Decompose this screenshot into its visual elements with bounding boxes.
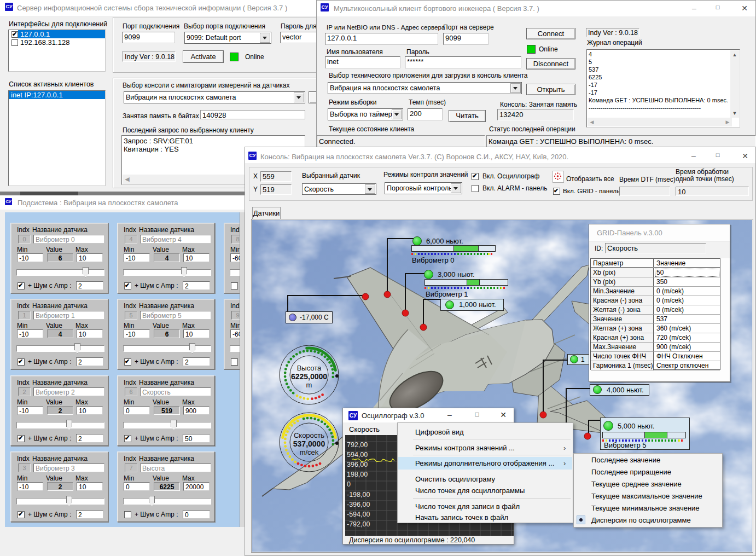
- svg-text:198,00: 198,00: [347, 471, 368, 478]
- svg-text:Скорость: Скорость: [294, 431, 324, 439]
- svg-text:-792,00: -792,00: [347, 520, 370, 528]
- svg-text:-396,00: -396,00: [347, 501, 370, 508]
- svg-text:396,00: 396,00: [347, 461, 368, 468]
- svg-text:Высота: Высота: [297, 364, 322, 372]
- svg-text:-594,00: -594,00: [347, 511, 370, 518]
- svg-text:537,0000: 537,0000: [293, 439, 325, 448]
- svg-text:6225,0000: 6225,0000: [291, 372, 327, 381]
- svg-text:792,00: 792,00: [347, 441, 368, 449]
- svg-text:m/cek: m/cek: [300, 448, 319, 456]
- svg-text:-198,00: -198,00: [347, 491, 370, 499]
- svg-text:594,00: 594,00: [347, 451, 368, 459]
- svg-text:m: m: [306, 381, 312, 389]
- svg-text:0: 0: [347, 480, 351, 488]
